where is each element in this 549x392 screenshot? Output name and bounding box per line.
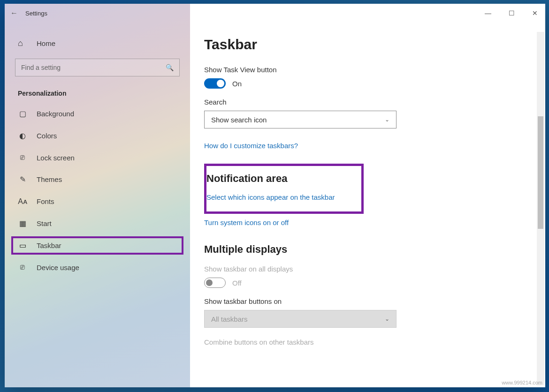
sidebar-item-label: Themes [37,175,62,183]
sidebar-item-label: Start [37,219,52,227]
fonts-icon: Aᴀ [18,197,27,206]
start-icon: ▦ [18,219,27,228]
close-button[interactable]: ✕ [530,9,540,17]
combine-buttons-label: Combine buttons on other taskbars [204,338,526,346]
sidebar-item-themes[interactable]: ✎ Themes [5,168,190,190]
dropdown-value: Show search icon [211,116,267,124]
home-icon: ⌂ [18,38,27,48]
sidebar-item-label: Lock screen [37,154,75,162]
sidebar-item-label: Fonts [37,197,54,205]
sidebar-item-home[interactable]: ⌂ Home [5,32,190,58]
dropdown-value: All taskbars [211,315,248,323]
sidebar-item-start[interactable]: ▦ Start [5,212,190,234]
colors-icon: ◐ [18,131,27,140]
customize-taskbars-link[interactable]: How do I customize taskbars? [204,142,526,150]
notification-area-heading: Notification area [206,173,353,185]
toggle-state: Off [232,279,242,287]
settings-window: ← Settings — ☐ ✕ ⌂ Home Find a setting � [5,4,545,387]
scrollbar[interactable] [537,32,544,385]
chevron-down-icon: ⌄ [385,116,389,123]
minimize-button[interactable]: — [483,9,493,17]
content-pane: Taskbar Show Task View button On Search … [190,4,545,387]
notification-area-highlight: Notification area Select which icons app… [204,164,364,214]
sidebar-category: Personalization [5,80,190,103]
search-input[interactable]: Find a setting 🔍 [15,59,180,76]
sidebar-item-colors[interactable]: ◐ Colors [5,125,190,147]
back-icon[interactable]: ← [10,9,18,17]
sidebar-item-label: Colors [37,132,57,140]
background-icon: ▢ [18,109,27,118]
page-title: Taskbar [204,37,526,53]
multiple-displays-heading: Multiple displays [204,243,526,256]
lockscreen-icon: ⎚ [18,153,27,162]
sidebar-item-fonts[interactable]: Aᴀ Fonts [5,190,190,212]
show-buttons-on-label: Show taskbar buttons on [204,297,526,305]
sidebar-item-background[interactable]: ▢ Background [5,103,190,125]
scrollbar-thumb[interactable] [538,116,543,229]
sidebar-item-label: Taskbar [37,241,61,249]
sidebar-item-label: Background [37,110,74,118]
maximize-button[interactable]: ☐ [507,9,516,17]
show-buttons-on-dropdown[interactable]: All taskbars ⌄ [204,310,396,328]
taskbar-icon: ▭ [18,241,27,250]
app-title: Settings [25,10,47,17]
sidebar-item-device-usage[interactable]: ⎚ Device usage [5,256,190,278]
select-icons-link[interactable]: Select which icons appear on the taskbar [206,193,353,201]
home-label: Home [37,39,55,47]
show-task-view-toggle[interactable] [204,78,226,89]
titlebar: ← Settings — ☐ ✕ [5,4,545,23]
sidebar-item-lockscreen[interactable]: ⎚ Lock screen [5,147,190,168]
search-setting-label: Search [204,98,526,106]
toggle-state: On [232,80,242,88]
device-usage-icon: ⎚ [18,263,27,271]
search-mode-dropdown[interactable]: Show search icon ⌄ [204,111,396,128]
search-placeholder: Find a setting [21,64,61,71]
sidebar-item-taskbar[interactable]: ▭ Taskbar [11,236,183,255]
show-all-displays-label: Show taskbar on all displays [204,265,526,273]
show-task-view-label: Show Task View button [204,66,526,74]
chevron-down-icon: ⌄ [385,316,389,322]
sidebar: ⌂ Home Find a setting 🔍 Personalization … [5,4,190,387]
search-icon: 🔍 [166,64,174,71]
sidebar-item-label: Device usage [37,264,79,271]
watermark: www.999214.com [502,380,542,385]
themes-icon: ✎ [18,175,27,184]
system-icons-link[interactable]: Turn system icons on or off [204,219,526,226]
show-all-displays-toggle[interactable] [204,278,226,288]
